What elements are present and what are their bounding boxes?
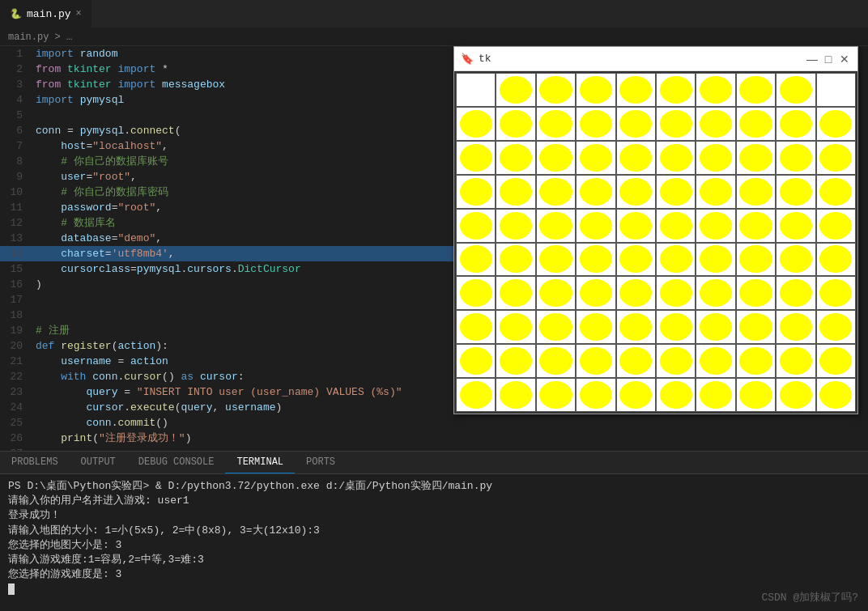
game-piece [780,313,812,341]
game-cell [736,378,776,412]
line-number: 24 [0,400,32,415]
game-piece [460,178,492,206]
game-cell [616,243,656,277]
game-piece [500,245,532,273]
line-number: 23 [0,384,32,400]
game-cell [456,378,496,412]
game-cell [816,73,856,107]
game-piece [739,144,772,172]
game-piece [700,76,732,104]
game-piece [619,212,652,240]
tk-maximize-button[interactable]: □ [822,53,835,66]
game-cell [536,243,576,277]
line-number: 16 [0,277,32,292]
line-content: # 你自己的数据库密码 [32,185,453,200]
terminal-line: 请输入地图的大小: 1=小(5x5), 2=中(8x8), 3=大(12x10)… [8,524,860,538]
code-editor[interactable]: 1import random2from tkinter import *3fro… [0,46,453,451]
game-cell [736,73,776,107]
game-piece [619,381,652,409]
tk-close-button[interactable]: ✕ [838,53,851,66]
line-number: 17 [0,292,32,308]
game-piece [500,76,532,104]
tk-minimize-button[interactable]: — [806,53,819,66]
game-cell [656,276,696,310]
game-piece [580,245,612,273]
panel-tab-ports[interactable]: PORTS [295,451,347,473]
line-content: # 数据库名 [32,215,453,231]
game-piece [700,178,732,206]
game-piece [539,279,572,307]
game-piece [700,381,732,409]
game-cell [536,378,576,412]
game-cell [776,209,815,243]
game-piece [539,313,572,341]
panel-tab-debug-console[interactable]: DEBUG CONSOLE [127,451,226,473]
game-piece [660,212,692,240]
game-piece [819,178,852,206]
game-cell [496,276,535,310]
game-piece [580,212,612,240]
panel-tab-output[interactable]: OUTPUT [70,451,127,473]
game-cell [656,209,696,243]
code-line-22: 22 with conn.cursor() as cursor: [0,369,453,384]
game-cell [816,175,856,209]
game-cell [576,276,615,310]
code-line-6: 6conn = pymysql.connect( [0,123,453,138]
game-cell [696,344,735,378]
code-line-15: 15 cursorclass=pymysql.cursors.DictCurso… [0,261,453,277]
line-number: 3 [0,77,32,92]
game-cell [456,175,496,209]
game-piece [739,347,772,375]
game-cell [656,107,696,141]
terminal-content[interactable]: PS D:\桌面\Python实验四> & D:/python3.72/pyth… [0,474,868,611]
game-piece [500,144,532,172]
game-piece [580,279,612,307]
game-piece [819,381,852,409]
line-number: 18 [0,308,32,323]
game-piece [500,313,532,341]
game-piece [539,110,572,138]
game-cell [696,209,735,243]
line-number: 21 [0,354,32,369]
game-cell [696,141,735,175]
terminal-line: 请输入游戏难度:1=容易,2=中等,3=难:3 [8,553,860,567]
csdn-text: CSDN @加辣椒了吗? [761,592,858,604]
code-line-3: 3from tkinter import messagebox [0,77,453,92]
line-content: from tkinter import messagebox [32,77,453,92]
game-cell [816,276,856,310]
game-cell [656,141,696,175]
game-cell [576,107,615,141]
tab-close-icon[interactable]: × [76,8,82,19]
game-cell [696,107,735,141]
line-content: def register(action): [32,338,453,354]
game-piece [739,76,772,104]
game-cell [576,344,615,378]
game-cell [776,73,815,107]
game-piece [539,212,572,240]
code-line-21: 21 username = action [0,354,453,369]
game-cell [656,175,696,209]
line-content: password="root", [32,200,453,215]
game-piece [500,178,532,206]
game-piece [619,279,652,307]
game-piece [460,212,492,240]
game-cell [776,175,815,209]
game-cell [456,276,496,310]
terminal-line [8,582,860,596]
game-cell [536,209,576,243]
panel-tabs: PROBLEMSOUTPUTDEBUG CONSOLETERMINALPORTS [0,452,868,474]
game-piece [580,178,612,206]
tab-main-py[interactable]: 🐍 main.py × [0,0,92,28]
game-piece [780,144,812,172]
line-content: # 你自己的数据库账号 [32,154,453,169]
line-content [32,446,453,451]
panel-tab-terminal[interactable]: TERMINAL [225,451,295,473]
panel-tab-problems[interactable]: PROBLEMS [0,451,70,473]
game-cell [656,344,696,378]
line-number: 9 [0,169,32,185]
game-cell [536,175,576,209]
code-line-17: 17 [0,292,453,308]
code-line-27: 27 [0,446,453,451]
game-piece [739,110,772,138]
game-piece [539,178,572,206]
